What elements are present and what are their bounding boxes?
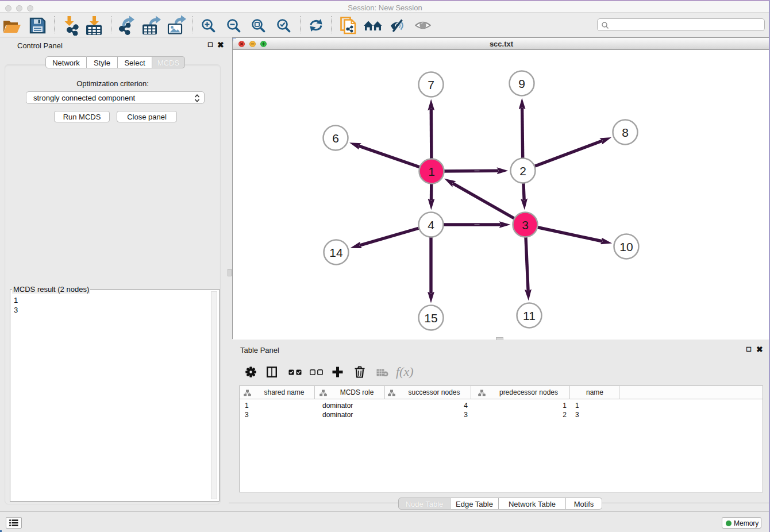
- svg-text:1: 1: [428, 165, 435, 178]
- svg-text:8: 8: [622, 126, 629, 139]
- svg-text:2: 2: [519, 164, 526, 178]
- svg-text:7: 7: [428, 78, 434, 91]
- svg-text:3: 3: [522, 218, 529, 232]
- svg-text:10: 10: [619, 240, 633, 253]
- svg-text:4: 4: [428, 218, 434, 232]
- svg-text:15: 15: [424, 311, 437, 325]
- svg-text:6: 6: [332, 132, 339, 145]
- svg-text:14: 14: [329, 246, 343, 259]
- svg-text:11: 11: [523, 309, 536, 322]
- svg-text:9: 9: [518, 77, 525, 90]
